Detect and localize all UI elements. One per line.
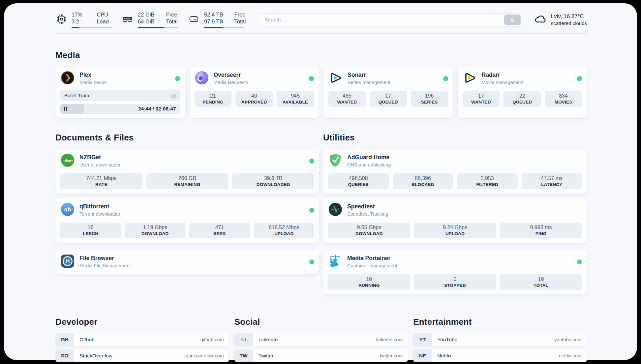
ram-total: 64 GiB [138, 18, 155, 25]
app-name: NZBGet [79, 154, 121, 161]
session-icon[interactable]: ◎ [171, 93, 176, 98]
disk-label-top: Free [234, 11, 246, 18]
app-card-nzbget[interactable]: nzbget NZBGet Usenet downloader 744.21 M… [55, 149, 319, 194]
link-netflix[interactable]: NF Netflix netflix.com [413, 349, 587, 362]
link-youtube[interactable]: YT YouTube youtube.com [413, 333, 587, 346]
stat-tile: 945AVAILABLE [277, 91, 314, 107]
status-dot [577, 259, 582, 264]
stat-tile: 0STOPPED [414, 274, 496, 290]
search-engine-button[interactable]: G [504, 15, 521, 25]
stat-tile: 22QUEUED [504, 91, 541, 107]
speedtest-icon [328, 202, 343, 218]
search-input[interactable] [259, 17, 504, 23]
section-title-utilities: Utilities [323, 133, 587, 143]
cpu-stat-widget: 17% CPU 3.2 Load [55, 11, 112, 28]
link-url: stackoverflow.com [185, 353, 224, 358]
stat-tile: 86,396BLOCKED [393, 173, 453, 189]
section-title-developer: Developer [55, 317, 229, 327]
app-card-overseerr[interactable]: Overseerr Media Requests 21PENDING 40APP… [190, 67, 319, 118]
app-desc: Usenet downloader [79, 162, 121, 168]
stat-tile: 471SEED [189, 223, 250, 238]
header-divider [55, 34, 587, 34]
ram-label-bottom: Total [166, 18, 178, 25]
ram-progress-bar [138, 27, 178, 28]
app-name: Speedtest [347, 203, 388, 210]
app-card-radarr[interactable]: Radarr Movie management 17WANTED 22QUEUE… [458, 67, 587, 118]
qbittorrent-icon: qb [60, 202, 75, 218]
cpu-label-bottom: Load [97, 18, 112, 25]
stat-tile: 9.65 GbpsDOWNLOAD [328, 223, 410, 238]
ram-label-top: Free [166, 11, 178, 18]
app-card-plex[interactable]: Plex Media server Bullet Train ◎ 24:44 /… [55, 67, 185, 118]
weather-location-temp: Lviv, 16.87°C [551, 13, 587, 20]
ram-icon [122, 13, 134, 26]
search-area: G [259, 13, 522, 26]
link-twitter[interactable]: TW Twitter twitter.com [234, 349, 408, 362]
overseerr-icon [195, 71, 209, 86]
stat-tile: 1.19 GbpsDOWNLOAD [125, 223, 186, 238]
stat-tile: 266 GBREMAINING [146, 173, 229, 189]
link-url: github.com [200, 337, 224, 342]
link-linkedin[interactable]: LI LinkedIn linkedin.com [234, 333, 408, 346]
cpu-progress-bar [72, 27, 112, 28]
app-desc: Media Requests [214, 79, 248, 85]
app-card-adguard[interactable]: AdGuard Home DNS and adblocking 498,508Q… [323, 149, 587, 194]
nzbget-icon: nzbget [60, 153, 75, 169]
portainer-icon [328, 254, 343, 270]
weather-widget: Lviv, 16.87°C scattered clouds [533, 12, 587, 27]
status-dot [309, 159, 314, 164]
section-title-documents: Documents & Files [55, 133, 319, 143]
playback-time: 24:44 / 02:06:47 [138, 106, 176, 112]
app-name: Plex [79, 72, 107, 79]
app-name: File Browser [79, 255, 131, 262]
sonarr-icon [328, 71, 343, 86]
link-abbr: LI [234, 333, 253, 346]
stat-tile: 16TOTAL [500, 274, 582, 290]
app-desc: Speedtest Tracking [347, 211, 388, 217]
pause-icon[interactable] [64, 107, 67, 111]
stat-tile: 2,953FILTERED [457, 173, 518, 189]
app-desc: Media File Management [79, 263, 131, 269]
status-dot [443, 76, 448, 81]
cpu-percent: 17% [72, 11, 85, 18]
link-url: youtube.com [554, 337, 582, 342]
weather-condition: scattered clouds [551, 20, 587, 27]
link-name: Netflix [437, 353, 451, 359]
status-dot [577, 76, 582, 81]
stat-tile: 47.57 msLATENCY [522, 173, 582, 189]
app-desc: DNS and adblocking [347, 162, 391, 168]
link-group-entertainment: Entertainment YT YouTube youtube.com NF … [413, 317, 587, 364]
link-github[interactable]: GH Github github.com [55, 333, 229, 346]
disk-icon [188, 13, 200, 26]
link-url: netflix.com [559, 353, 582, 358]
stat-tile: 39.6 TBDOWNLOADED [232, 173, 314, 189]
stat-tile: 834MOVIES [545, 91, 582, 107]
link-group-developer: Developer GH Github github.com SO StackO… [55, 317, 229, 364]
stat-tile: 485WANTED [328, 91, 366, 107]
app-card-filebrowser[interactable]: File Browser Media File Management [55, 250, 319, 274]
cpu-load: 3.2 [72, 18, 85, 25]
stat-tile: 498,508QUERIES [328, 173, 389, 189]
section-title-entertainment: Entertainment [413, 317, 587, 327]
system-stats: 17% CPU 3.2 Load [55, 11, 246, 28]
app-card-qbittorrent[interactable]: qb qBittorrent Torrent downloader 16LEEC… [55, 198, 319, 243]
app-card-speedtest[interactable]: Speedtest Speedtest Tracking 9.65 GbpsDO… [323, 198, 587, 243]
link-stackoverflow[interactable]: SO StackOverflow stackoverflow.com [55, 349, 229, 362]
filebrowser-icon [60, 254, 75, 270]
svg-text:nzbget: nzbget [63, 159, 73, 162]
app-card-sonarr[interactable]: Sonarr Series management 485WANTED 17QUE… [323, 67, 453, 118]
disk-progress-bar [204, 27, 244, 28]
playback-progress: 24:44 / 02:06:47 [60, 104, 180, 114]
cpu-label-top: CPU [97, 11, 112, 18]
dashboard-page: 17% CPU 3.2 Load [4, 3, 637, 360]
link-abbr: GH [55, 333, 74, 346]
link-name: YouTube [437, 337, 457, 343]
stat-tile: 40APPROVED [235, 91, 273, 107]
app-name: Radarr [482, 72, 524, 79]
svg-text:qb: qb [64, 206, 71, 213]
memory-stat-widget: 22 GiB Free 64 GiB Total [122, 11, 178, 28]
app-card-portainer[interactable]: Media Portainer Container management 16R… [323, 250, 587, 294]
section-title-social: Social [234, 317, 408, 327]
link-url: twitter.com [380, 353, 403, 358]
adguard-icon [328, 153, 343, 169]
